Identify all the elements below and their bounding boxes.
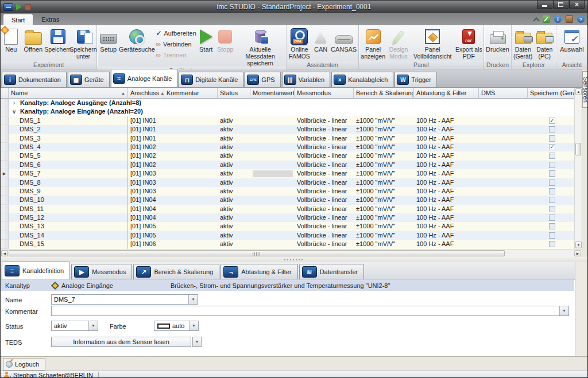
sensoren-side-tab[interactable]: Sensoren — [582, 71, 588, 108]
column-header-speichern-geraet[interactable]: Speichern (Gerät) — [528, 88, 574, 99]
channel-row[interactable]: DMS_14[01] IN05aktivVollbrücke - linear±… — [1, 231, 574, 240]
vertical-scroll-thumb[interactable] — [575, 143, 581, 155]
speichern-checkbox[interactable] — [549, 180, 555, 186]
tab-kanalabgleich[interactable]: × Kanalabgleich — [331, 72, 393, 87]
tab-datentransfer[interactable]: ≋ Datentransfer — [299, 264, 365, 279]
tab-trigger[interactable]: W Trigger — [394, 72, 436, 87]
expand-icon[interactable]: › — [9, 99, 16, 107]
daten-geraet-button[interactable]: Daten (Gerät) — [512, 26, 534, 61]
horizontal-scroll-thumb[interactable] — [9, 250, 505, 256]
teds-button[interactable]: Information aus dem Sensor lesen — [51, 337, 191, 347]
speichern-checkbox[interactable]: ✓ — [549, 118, 555, 124]
quick-start-icon[interactable] — [16, 3, 22, 10]
dropdown-arrow-icon[interactable]: ▼ — [189, 321, 198, 330]
column-header-kommentar[interactable]: Kommentar — [164, 88, 218, 99]
channel-row[interactable]: DMS_8[01] IN03aktivVollbrücke - linear±1… — [1, 178, 574, 187]
speichern-checkbox[interactable] — [549, 162, 555, 168]
scroll-right-icon[interactable]: ▶ — [574, 250, 581, 256]
channel-row[interactable]: DMS_4[01] IN02aktivVollbrücke - linear±1… — [1, 143, 574, 151]
channel-row[interactable]: DMS_10[01] IN04aktivVollbrücke - linear±… — [1, 196, 574, 204]
tab-analoge-kanaele[interactable]: ≈ Analoge Kanäle — [111, 69, 178, 87]
teds-dropdown-arrow-icon[interactable]: ▼ — [192, 337, 202, 347]
export-als-pdf-button[interactable]: Export als PDF — [455, 26, 483, 61]
info-icon[interactable]: i — [554, 15, 562, 23]
speichern-checkbox[interactable] — [549, 188, 555, 194]
edit-icon[interactable] — [543, 15, 550, 23]
column-header-anschluss[interactable]: Anschluss ▲ — [128, 88, 164, 99]
panel-vollbildansicht-button[interactable]: Panel Vollbildansicht — [411, 26, 455, 61]
channel-row[interactable]: DMS_1[01] IN01aktivVollbrücke - linear±1… — [1, 116, 574, 125]
status-combobox[interactable]: aktiv ▼ — [51, 321, 98, 331]
speichern-checkbox[interactable] — [549, 241, 555, 247]
channel-row[interactable]: DMS_15[01] IN06aktivVollbrücke - linear±… — [1, 240, 574, 248]
scroll-down-icon[interactable]: ▼ — [575, 241, 582, 248]
maximize-button[interactable] — [553, 1, 568, 9]
name-combobox[interactable]: DMS_7 ▼ — [51, 294, 198, 305]
oeffnen-button[interactable]: Öffnen — [21, 26, 45, 61]
imc-small-icon[interactable] — [566, 15, 573, 23]
trennen-button[interactable]: ∞ Trennen — [154, 49, 196, 60]
auswahl-button[interactable]: Auswahl — [557, 26, 587, 61]
column-header-dms[interactable]: DMS — [479, 88, 528, 99]
channel-row[interactable]: ▶DMS_7[01] IN03aktivVollbrücke - linear±… — [1, 169, 574, 178]
tab-abtastung-filter[interactable]: ¬ Abtastung & Filter — [220, 264, 297, 279]
panel-anzeigen-button[interactable]: Panel anzeigen — [359, 26, 386, 61]
channel-row[interactable]: DMS_13[01] IN05aktivVollbrücke - linear±… — [1, 222, 574, 231]
drucken-button[interactable]: Drucken — [485, 26, 510, 61]
speichern-checkbox[interactable] — [549, 126, 555, 133]
tab-kanaldefinition[interactable]: ≡ Kanaldefinition — [2, 262, 70, 279]
speichern-checkbox[interactable] — [549, 197, 555, 203]
speichern-checkbox[interactable] — [549, 215, 555, 221]
column-header-status[interactable]: Status — [218, 88, 250, 99]
farbe-combobox[interactable]: auto ▼ — [154, 321, 199, 331]
stopp-button[interactable]: Stopp — [215, 26, 235, 67]
aufbereiten-button[interactable]: ✓ Aufbereiten — [154, 28, 196, 38]
channel-row[interactable]: DMS_11[01] IN04aktivVollbrücke - linear±… — [1, 205, 574, 213]
panel-splitter[interactable] — [1, 257, 587, 262]
dropdown-arrow-icon[interactable]: ▼ — [88, 321, 98, 330]
collapse-icon[interactable]: ∨ — [9, 107, 16, 116]
tab-digitale-kanaele[interactable]: ⊓ Digitale Kanäle — [179, 72, 243, 87]
online-famos-button[interactable]: Online FAMOS — [287, 26, 312, 61]
minimize-button[interactable] — [537, 1, 552, 9]
speichern-button[interactable]: Speichern — [45, 26, 71, 61]
tab-dokumentation[interactable]: i Dokumentation — [2, 72, 67, 87]
kommentar-combobox[interactable]: ▼ — [51, 306, 569, 316]
can-button[interactable]: CAN — [312, 26, 330, 61]
help-icon[interactable]: ? — [577, 15, 585, 23]
ribbon-tab-extras[interactable]: Extras — [33, 14, 67, 25]
daten-pc-button[interactable]: Daten (PC) — [534, 26, 556, 61]
speichern-checkbox[interactable] — [549, 223, 555, 229]
channel-group-row[interactable]: ›Kanaltyp: Analoge Ausgänge (Anzahl=8) — [1, 99, 574, 107]
channel-group-row[interactable]: ∨Kanaltyp: Analoge Eingänge (Anzahl=20) — [1, 107, 574, 116]
speichern-checkbox[interactable] — [549, 135, 555, 142]
tab-bereich-skalierung[interactable]: ↗ Bereich & Skalierung — [133, 264, 219, 279]
aktuelle-messdaten-speichern-button[interactable]: Aktuelle Messdaten speichern — [235, 26, 285, 67]
scroll-up-icon[interactable]: ▲ — [575, 88, 582, 95]
speichern-checkbox[interactable] — [549, 153, 555, 159]
collapse-ribbon-icon[interactable] — [533, 17, 539, 24]
speichern-checkbox[interactable] — [549, 232, 555, 239]
quick-stop-icon[interactable] — [25, 4, 31, 10]
channel-row[interactable]: DMS_2[01] IN01aktivVollbrücke - linear±1… — [1, 125, 574, 134]
tab-geraete[interactable]: ▦ Geräte — [68, 72, 110, 87]
close-button[interactable]: × — [569, 1, 585, 9]
speichern-checkbox[interactable] — [549, 170, 555, 177]
column-header-name[interactable]: Name ▲ — [9, 88, 128, 99]
channel-row[interactable]: DMS_9[01] IN03aktivVollbrücke - linear±1… — [1, 187, 574, 196]
geraetesuche-button[interactable]: Gerätesuche — [119, 26, 154, 67]
logbuch-tab[interactable]: Logbuch — [3, 358, 45, 371]
channel-row[interactable]: DMS_12[01] IN04aktivVollbrücke - linear±… — [1, 213, 574, 222]
vertical-scrollbar[interactable]: ▲ ▼ — [574, 88, 582, 249]
column-header-momentanwert[interactable]: Momentanwert — [250, 88, 295, 99]
dropdown-arrow-icon[interactable]: ▼ — [188, 295, 198, 304]
start-button[interactable]: Start — [196, 26, 216, 67]
cansas-button[interactable]: CANSAS — [330, 26, 358, 61]
channel-row[interactable]: DMS_5[01] IN02aktivVollbrücke - linear±1… — [1, 151, 574, 160]
tab-variablen[interactable]: ||| Variablen — [282, 72, 331, 87]
imc-logo-icon[interactable] — [3, 3, 13, 11]
neu-button[interactable]: Neu — [1, 26, 21, 61]
setup-button[interactable]: Setup — [98, 26, 119, 67]
scroll-left-icon[interactable]: ◀ — [1, 250, 8, 256]
speichern-checkbox[interactable] — [549, 206, 555, 212]
